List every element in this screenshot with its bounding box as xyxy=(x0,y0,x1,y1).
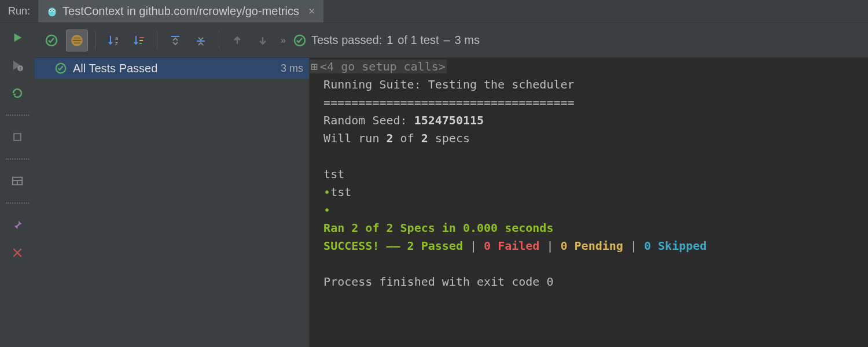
status-of: of 1 test xyxy=(398,34,439,47)
close-icon[interactable]: × xyxy=(308,5,315,18)
run-label: Run: xyxy=(0,5,38,17)
console-line: Ran 2 of 2 Specs in 0.000 seconds xyxy=(323,221,553,235)
pin-button[interactable] xyxy=(9,216,26,234)
console-line: •tst xyxy=(323,185,351,199)
test-status-summary: Tests passed: 1 of 1 test – 3 ms xyxy=(293,34,480,47)
separator xyxy=(6,202,29,204)
expand-all-button[interactable] xyxy=(164,29,186,51)
show-passed-button[interactable] xyxy=(41,29,62,51)
overflow-icon[interactable]: » xyxy=(277,35,289,46)
svg-rect-8 xyxy=(14,134,21,141)
tab-title: TestContext in github.com/rcrowley/go-me… xyxy=(62,5,299,18)
layout-button[interactable] xyxy=(9,172,26,190)
collapse-all-button[interactable] xyxy=(190,29,212,51)
fold-label[interactable]: <4 go setup calls> xyxy=(319,60,447,73)
show-ignored-button[interactable] xyxy=(66,29,88,51)
prev-failed-button[interactable] xyxy=(226,29,248,51)
console-line: Will run 2 of 2 specs xyxy=(323,131,470,145)
sort-by-duration-button[interactable] xyxy=(128,29,150,51)
tree-root-time: 3 ms xyxy=(281,62,303,75)
console-line: • xyxy=(323,203,330,217)
svg-point-4 xyxy=(53,10,54,11)
console-output[interactable]: ⊞<4 go setup calls> Running Suite: Testi… xyxy=(310,58,868,347)
fold-marker[interactable]: ⊞ xyxy=(310,60,319,73)
svg-text:!: ! xyxy=(20,66,21,71)
test-tree-pane[interactable]: All Tests Passed 3 ms xyxy=(35,58,310,347)
run-tabbar: Run: TestContext in github.com/rcrowley/… xyxy=(0,0,868,23)
test-tree-root[interactable]: All Tests Passed 3 ms xyxy=(35,58,309,79)
stop-button[interactable] xyxy=(9,128,26,146)
rerun-failed-button[interactable]: ! xyxy=(9,57,26,74)
console-line: tst xyxy=(323,167,344,181)
svg-point-3 xyxy=(50,10,51,11)
console-line: Running Suite: Testing the scheduler xyxy=(323,77,574,91)
separator xyxy=(6,115,29,116)
go-gopher-icon xyxy=(46,6,58,17)
svg-text:z: z xyxy=(115,40,118,46)
run-button[interactable] xyxy=(9,29,26,46)
success-icon xyxy=(293,34,307,47)
status-time: 3 ms xyxy=(455,34,480,47)
success-icon xyxy=(54,62,67,75)
status-prefix: Tests passed: xyxy=(311,34,382,47)
run-config-tab[interactable]: TestContext in github.com/rcrowley/go-me… xyxy=(38,0,323,23)
separator xyxy=(6,158,29,160)
close-panel-button[interactable] xyxy=(9,244,26,261)
console-line: Random Seed: 1524750115 xyxy=(323,113,484,127)
tree-root-label: All Tests Passed xyxy=(73,62,157,75)
next-failed-button[interactable] xyxy=(252,29,274,51)
svg-point-5 xyxy=(52,12,53,13)
console-line: ==================================== xyxy=(323,95,574,109)
toggle-auto-test-button[interactable] xyxy=(9,84,26,102)
svg-rect-20 xyxy=(139,40,143,41)
sort-alphabetically-button[interactable]: az xyxy=(102,29,124,51)
left-gutter: ! xyxy=(0,23,35,347)
test-toolbar: az » Tests passed: 1 xyxy=(35,23,868,58)
svg-rect-21 xyxy=(139,43,142,44)
console-line: SUCCESS! —— 2 Passed | 0 Failed | 0 Pend… xyxy=(323,239,707,253)
status-passed-count: 1 xyxy=(387,34,393,47)
console-line: Process finished with exit code 0 xyxy=(323,275,553,289)
status-dash: – xyxy=(443,34,450,47)
svg-rect-19 xyxy=(139,37,144,38)
